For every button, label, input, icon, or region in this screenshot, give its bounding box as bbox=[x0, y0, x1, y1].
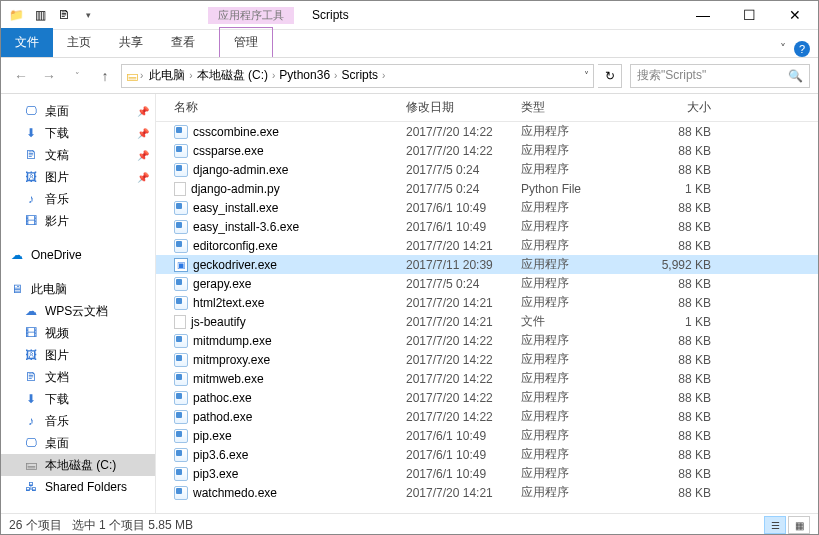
file-size: 88 KB bbox=[636, 239, 721, 253]
search-input[interactable]: 搜索"Scripts" 🔍 bbox=[630, 64, 810, 88]
nav-quick-item[interactable]: ♪音乐 bbox=[1, 188, 155, 210]
ribbon-expand-icon[interactable]: ˅ bbox=[780, 42, 786, 56]
nav-quick-item[interactable]: 🖹文稿📌 bbox=[1, 144, 155, 166]
nav-forward-button[interactable]: → bbox=[37, 64, 61, 88]
file-date: 2017/7/20 14:22 bbox=[406, 391, 521, 405]
pin-icon: 📌 bbox=[137, 172, 149, 183]
folder-icon: 🖼 bbox=[23, 347, 39, 363]
nav-onedrive[interactable]: ☁ OneDrive bbox=[1, 244, 155, 266]
file-size: 88 KB bbox=[636, 296, 721, 310]
file-row[interactable]: mitmproxy.exe2017/7/20 14:22应用程序88 KB bbox=[156, 350, 818, 369]
file-row[interactable]: mitmweb.exe2017/7/20 14:22应用程序88 KB bbox=[156, 369, 818, 388]
breadcrumb-seg[interactable]: 本地磁盘 (C:) bbox=[193, 68, 272, 82]
drive-icon: 🖴 bbox=[126, 69, 138, 83]
help-icon[interactable]: ? bbox=[794, 41, 810, 57]
file-row[interactable]: django-admin.exe2017/7/5 0:24应用程序88 KB bbox=[156, 160, 818, 179]
col-header-name[interactable]: 名称 bbox=[174, 99, 406, 116]
nav-pc-item[interactable]: ☁WPS云文档 bbox=[1, 300, 155, 322]
maximize-button[interactable]: ☐ bbox=[726, 1, 772, 30]
app-icon[interactable]: 📁 bbox=[5, 4, 27, 26]
file-list[interactable]: csscombine.exe2017/7/20 14:22应用程序88 KBcs… bbox=[156, 122, 818, 513]
breadcrumb-seg[interactable]: Python36 bbox=[275, 68, 334, 82]
breadcrumb[interactable]: 🖴 › 此电脑›本地磁盘 (C:)›Python36›Scripts› ˅ bbox=[121, 64, 594, 88]
column-headers[interactable]: 名称 修改日期 类型 大小 bbox=[156, 94, 818, 122]
ribbon-tab-1[interactable]: 共享 bbox=[105, 28, 157, 57]
pin-icon: 📌 bbox=[137, 150, 149, 161]
file-row[interactable]: easy_install-3.6.exe2017/6/1 10:49应用程序88… bbox=[156, 217, 818, 236]
refresh-button[interactable]: ↻ bbox=[598, 64, 622, 88]
file-row[interactable]: pathoc.exe2017/7/20 14:22应用程序88 KB bbox=[156, 388, 818, 407]
file-size: 88 KB bbox=[636, 410, 721, 424]
file-row[interactable]: html2text.exe2017/7/20 14:21应用程序88 KB bbox=[156, 293, 818, 312]
file-row[interactable]: editorconfig.exe2017/7/20 14:21应用程序88 KB bbox=[156, 236, 818, 255]
file-date: 2017/7/11 20:39 bbox=[406, 258, 521, 272]
path-dropdown-icon[interactable]: ˅ bbox=[584, 70, 589, 81]
nav-pc-item[interactable]: 🖴本地磁盘 (C:) bbox=[1, 454, 155, 476]
qat-newfolder-icon[interactable]: 🖹 bbox=[53, 4, 75, 26]
nav-pc-item[interactable]: 🖵桌面 bbox=[1, 432, 155, 454]
file-row[interactable]: pip.exe2017/6/1 10:49应用程序88 KB bbox=[156, 426, 818, 445]
file-row[interactable]: js-beautify2017/7/20 14:21文件1 KB bbox=[156, 312, 818, 331]
nav-pc-item[interactable]: 🖹文档 bbox=[1, 366, 155, 388]
file-row[interactable]: mitmdump.exe2017/7/20 14:22应用程序88 KB bbox=[156, 331, 818, 350]
minimize-button[interactable]: — bbox=[680, 1, 726, 30]
file-row[interactable]: pathod.exe2017/7/20 14:22应用程序88 KB bbox=[156, 407, 818, 426]
breadcrumb-seg[interactable]: 此电脑 bbox=[145, 68, 189, 82]
chevron-right-icon[interactable]: › bbox=[140, 70, 143, 81]
navigation-pane[interactable]: 🖵桌面📌⬇下载📌🖹文稿📌🖼图片📌♪音乐🎞影片 ☁ OneDrive 🖥 此电脑 … bbox=[1, 94, 156, 513]
file-name: mitmweb.exe bbox=[193, 372, 264, 386]
ribbon: 文件 主页共享查看 管理 ˅ ? bbox=[1, 30, 818, 58]
nav-quick-item[interactable]: 🖵桌面📌 bbox=[1, 100, 155, 122]
nav-pc-item[interactable]: ♪音乐 bbox=[1, 410, 155, 432]
file-size: 88 KB bbox=[636, 429, 721, 443]
file-row[interactable]: csscombine.exe2017/7/20 14:22应用程序88 KB bbox=[156, 122, 818, 141]
file-row[interactable]: gerapy.exe2017/7/5 0:24应用程序88 KB bbox=[156, 274, 818, 293]
file-row[interactable]: ▣geckodriver.exe2017/7/11 20:39应用程序5,992… bbox=[156, 255, 818, 274]
nav-pc-item[interactable]: 🖼图片 bbox=[1, 344, 155, 366]
status-selection: 选中 1 个项目 5.85 MB bbox=[72, 517, 193, 534]
chevron-right-icon[interactable]: › bbox=[382, 70, 385, 81]
qat-dropdown-icon[interactable]: ▾ bbox=[77, 4, 99, 26]
folder-icon: 🖹 bbox=[23, 147, 39, 163]
ribbon-tab-2[interactable]: 查看 bbox=[157, 28, 209, 57]
nav-up-button[interactable]: ↑ bbox=[93, 64, 117, 88]
ribbon-tab-0[interactable]: 主页 bbox=[53, 28, 105, 57]
file-row[interactable]: cssparse.exe2017/7/20 14:22应用程序88 KB bbox=[156, 141, 818, 160]
col-header-date[interactable]: 修改日期 bbox=[406, 99, 521, 116]
nav-quick-item[interactable]: 🎞影片 bbox=[1, 210, 155, 232]
view-details-button[interactable]: ☰ bbox=[764, 516, 786, 534]
col-header-type[interactable]: 类型 bbox=[521, 99, 636, 116]
qat-properties-icon[interactable]: ▥ bbox=[29, 4, 51, 26]
view-icons-button[interactable]: ▦ bbox=[788, 516, 810, 534]
col-header-size[interactable]: 大小 bbox=[636, 99, 721, 116]
close-button[interactable]: ✕ bbox=[772, 1, 818, 30]
file-row[interactable]: watchmedo.exe2017/7/20 14:21应用程序88 KB bbox=[156, 483, 818, 502]
file-icon bbox=[174, 315, 186, 329]
file-row[interactable]: django-admin.py2017/7/5 0:24Python File1… bbox=[156, 179, 818, 198]
file-date: 2017/6/1 10:49 bbox=[406, 220, 521, 234]
nav-thispc[interactable]: 🖥 此电脑 bbox=[1, 278, 155, 300]
file-size: 88 KB bbox=[636, 448, 721, 462]
ribbon-tab-manage[interactable]: 管理 bbox=[219, 27, 273, 57]
file-date: 2017/7/20 14:22 bbox=[406, 410, 521, 424]
file-type: 应用程序 bbox=[521, 408, 636, 425]
folder-icon: 🖼 bbox=[23, 169, 39, 185]
nav-pc-item[interactable]: 🎞视频 bbox=[1, 322, 155, 344]
pin-icon: 📌 bbox=[137, 128, 149, 139]
file-row[interactable]: pip3.exe2017/6/1 10:49应用程序88 KB bbox=[156, 464, 818, 483]
nav-pc-item[interactable]: 🖧Shared Folders bbox=[1, 476, 155, 498]
file-date: 2017/7/20 14:21 bbox=[406, 315, 521, 329]
file-row[interactable]: pip3.6.exe2017/6/1 10:49应用程序88 KB bbox=[156, 445, 818, 464]
breadcrumb-seg[interactable]: Scripts bbox=[337, 68, 382, 82]
folder-icon: ⬇ bbox=[23, 391, 39, 407]
nav-history-dropdown[interactable]: ˅ bbox=[65, 64, 89, 88]
file-date: 2017/7/5 0:24 bbox=[406, 277, 521, 291]
file-row[interactable]: easy_install.exe2017/6/1 10:49应用程序88 KB bbox=[156, 198, 818, 217]
nav-pc-item[interactable]: ⬇下载 bbox=[1, 388, 155, 410]
file-list-pane: 名称 修改日期 类型 大小 csscombine.exe2017/7/20 14… bbox=[156, 94, 818, 513]
nav-quick-item[interactable]: ⬇下载📌 bbox=[1, 122, 155, 144]
ribbon-tab-file[interactable]: 文件 bbox=[1, 28, 53, 57]
nav-back-button[interactable]: ← bbox=[9, 64, 33, 88]
nav-network[interactable]: 🖧 网络 bbox=[1, 510, 155, 513]
nav-quick-item[interactable]: 🖼图片📌 bbox=[1, 166, 155, 188]
